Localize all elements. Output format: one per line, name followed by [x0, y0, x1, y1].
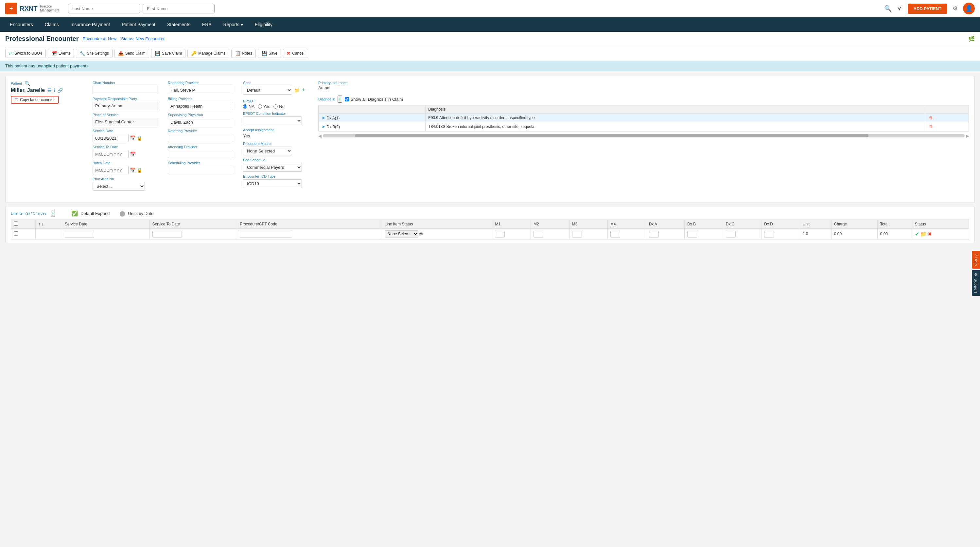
- row-m3-input[interactable]: [572, 231, 582, 237]
- last-name-input[interactable]: [68, 4, 140, 13]
- row-m2-cell[interactable]: [531, 229, 570, 240]
- epsdt-condition-select[interactable]: [243, 116, 302, 125]
- dx-b-code-cell: T84.018S Broken internal joint prosthesi…: [426, 122, 926, 131]
- row-checkbox-cell[interactable]: [11, 229, 36, 240]
- nav-item-era[interactable]: ERA: [196, 17, 218, 32]
- row-dx-a-input[interactable]: [649, 231, 659, 237]
- row-m4-cell[interactable]: [608, 229, 646, 240]
- nav-item-encounters[interactable]: Encounters: [4, 17, 39, 32]
- case-folder-icon[interactable]: 📁: [294, 87, 300, 93]
- nav-item-eligibility[interactable]: Eligibility: [249, 17, 278, 32]
- referring-provider-input[interactable]: [168, 134, 233, 142]
- epsdt-yes-option[interactable]: Yes: [258, 104, 270, 109]
- scroll-left-icon[interactable]: ◀: [318, 134, 321, 138]
- service-to-date-calendar-icon[interactable]: 📅: [130, 151, 135, 157]
- service-date-calendar-icon[interactable]: 📅: [130, 135, 135, 141]
- row-dx-a-cell[interactable]: [646, 229, 685, 240]
- row-status-eye-icon[interactable]: 👁: [419, 232, 423, 237]
- nav-item-insurance-payment[interactable]: Insurance Payment: [65, 17, 116, 32]
- row-service-date-input[interactable]: [65, 231, 94, 237]
- dx-b-delete-cell[interactable]: 🗑: [926, 122, 969, 131]
- row-service-to-date-input[interactable]: [153, 231, 182, 237]
- first-name-input[interactable]: [143, 4, 215, 13]
- manage-icon: 🔑: [191, 51, 197, 56]
- rendering-provider-input[interactable]: [168, 86, 233, 94]
- add-patient-button[interactable]: ADD PATIENT: [908, 3, 947, 14]
- row-m1-input[interactable]: [495, 231, 505, 237]
- site-settings-button[interactable]: 🔧 Site Settings: [76, 49, 112, 58]
- add-diagnosis-icon[interactable]: +: [337, 95, 342, 103]
- diagnosis-scrollbar[interactable]: [323, 134, 965, 137]
- patient-info-icon[interactable]: ℹ: [54, 87, 55, 93]
- batch-date-input[interactable]: [92, 166, 129, 174]
- billing-provider-input[interactable]: [168, 102, 233, 110]
- row-dx-c-input[interactable]: [726, 231, 736, 237]
- chart-number-input[interactable]: [92, 86, 158, 94]
- dx-delete-icon[interactable]: 🗑: [929, 116, 933, 120]
- service-to-date-label: Service To Date: [92, 145, 158, 149]
- row-dx-b-cell[interactable]: [685, 229, 723, 240]
- epsdt-na-option[interactable]: NA: [243, 104, 255, 109]
- row-dx-d-input[interactable]: [764, 231, 774, 237]
- row-line-item-status-select[interactable]: None Selec...: [385, 230, 418, 237]
- row-procedure-cpt-input[interactable]: [240, 231, 292, 237]
- filter-icon-button[interactable]: ⛛: [897, 5, 902, 12]
- nav-item-reports[interactable]: Reports ▾: [218, 17, 249, 32]
- row-procedure-cpt-cell[interactable]: [237, 229, 382, 240]
- show-all-diagnosis-checkbox[interactable]: Show all Diagnosis in Claim: [345, 97, 403, 102]
- row-dx-d-cell[interactable]: [762, 229, 800, 240]
- row-m1-cell[interactable]: [492, 229, 531, 240]
- epsdt-no-option[interactable]: No: [274, 104, 285, 109]
- save-icon: 💾: [261, 51, 267, 56]
- settings-icon-button[interactable]: ⚙: [953, 5, 958, 12]
- case-add-icon[interactable]: +: [302, 87, 305, 94]
- notes-button[interactable]: 📋 Notes: [231, 49, 256, 58]
- diagnosis-table-container[interactable]: Diagnosis ➤ Dx A(1) F: [318, 105, 969, 132]
- save-claim-button[interactable]: 💾 Save Claim: [151, 49, 186, 58]
- scroll-right-icon[interactable]: ▶: [966, 134, 969, 138]
- procedure-macro-select[interactable]: None Selected: [243, 146, 292, 156]
- nav-item-patient-payment[interactable]: Patient Payment: [116, 17, 161, 32]
- row-checkbox[interactable]: [14, 231, 18, 235]
- patient-link-icon[interactable]: 🔗: [57, 87, 63, 93]
- select-all-checkbox[interactable]: [14, 221, 18, 226]
- copy-last-encounter-button[interactable]: ☐ Copy last encounter: [11, 96, 59, 104]
- search-icon-button[interactable]: 🔍: [884, 5, 891, 12]
- service-to-date-input[interactable]: [92, 150, 129, 158]
- nav-item-claims[interactable]: Claims: [39, 17, 65, 32]
- sort-up-icon[interactable]: ↑: [38, 222, 40, 226]
- dx-delete-cell[interactable]: 🗑: [926, 113, 969, 122]
- attending-provider-input[interactable]: [168, 150, 233, 158]
- service-date-input[interactable]: [92, 134, 129, 142]
- patient-list-icon[interactable]: ☰: [48, 87, 52, 93]
- batch-date-calendar-icon[interactable]: 📅: [130, 167, 135, 173]
- dx-b-delete-icon[interactable]: 🗑: [929, 124, 933, 129]
- row-folder-icon[interactable]: 📁: [920, 231, 927, 237]
- supervising-physician-input[interactable]: [168, 118, 233, 126]
- patient-search-icon[interactable]: 🔍: [24, 81, 30, 86]
- prior-auth-select[interactable]: Select...: [92, 182, 145, 191]
- row-delete-icon[interactable]: ✖: [928, 231, 932, 237]
- send-claim-button[interactable]: 📤 Send Claim: [115, 49, 149, 58]
- row-check-icon[interactable]: ✔: [915, 231, 919, 237]
- row-service-to-date-cell[interactable]: [150, 229, 237, 240]
- case-select[interactable]: Default: [243, 86, 292, 95]
- encounter-icd-select[interactable]: ICD10: [243, 179, 302, 188]
- nav-item-statements[interactable]: Statements: [161, 17, 196, 32]
- fee-schedule-select[interactable]: Commercial Payers: [243, 163, 302, 172]
- row-m2-input[interactable]: [533, 231, 543, 237]
- row-m4-input[interactable]: [610, 231, 620, 237]
- row-m3-cell[interactable]: [569, 229, 608, 240]
- cancel-button[interactable]: ✖ Cancel: [283, 49, 308, 58]
- scheduling-provider-input[interactable]: [168, 166, 233, 174]
- row-line-item-status-cell[interactable]: None Selec... 👁: [382, 229, 492, 240]
- switch-to-ubo4-button[interactable]: ⇄ Switch to UBO4: [5, 49, 46, 58]
- row-dx-c-cell[interactable]: [723, 229, 762, 240]
- manage-claims-button[interactable]: 🔑 Manage Claims: [188, 49, 229, 58]
- add-line-item-button[interactable]: +: [51, 210, 55, 217]
- sort-down-icon[interactable]: ↓: [41, 222, 43, 226]
- events-button[interactable]: 📅 Events: [48, 49, 74, 58]
- save-button[interactable]: 💾 Save: [258, 49, 281, 58]
- row-dx-b-input[interactable]: [687, 231, 697, 237]
- row-service-date-cell[interactable]: [62, 229, 150, 240]
